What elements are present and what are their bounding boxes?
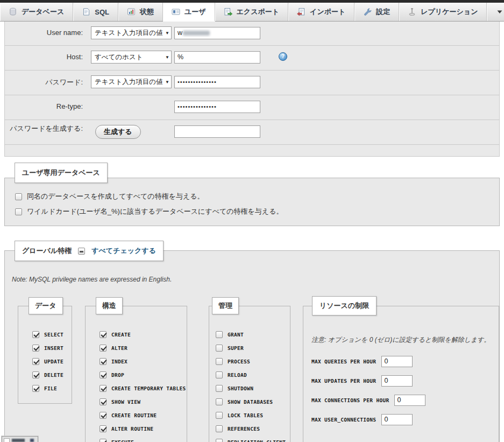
priv-delete-checkbox[interactable] — [32, 371, 39, 378]
tab-replication[interactable]: レプリケーション — [399, 3, 487, 21]
redacted-username — [183, 31, 210, 36]
priv-create-checkbox[interactable] — [100, 331, 107, 338]
priv-show-view-checkbox[interactable] — [100, 398, 107, 405]
priv-label: RELOAD — [228, 372, 247, 378]
popup-redacted-icon — [30, 439, 34, 442]
priv-grant-checkbox[interactable] — [216, 331, 223, 338]
username-type-select[interactable]: テキスト入力項目の値 ▼ — [91, 26, 172, 39]
priv-label: PROCESS — [228, 359, 250, 364]
priv-label: CREATE ROUTINE — [111, 412, 157, 418]
global-privileges-legend: グローバル特権 すべてチェックする — [15, 241, 164, 261]
max-connections-input[interactable]: 0 — [394, 395, 425, 406]
max-connections-label: MAX CONNECTIONS PER HOUR — [311, 397, 389, 403]
priv-select-checkbox[interactable] — [32, 331, 39, 338]
priv-label: SUPER — [228, 345, 244, 351]
max-updates-label: MAX UPDATES PER HOUR — [311, 378, 376, 384]
resource-row: MAX USER_CONNECTIONS 0 — [311, 414, 499, 425]
resource-row: MAX QUERIES PER HOUR 0 — [311, 356, 499, 367]
priv-label: INDEX — [111, 359, 127, 364]
priv-execute-checkbox[interactable] — [100, 439, 107, 442]
chevron-down-icon: ▼ — [165, 76, 169, 88]
max-user-connections-value: 0 — [384, 416, 388, 423]
tab-label: レプリケーション — [421, 7, 478, 17]
help-icon[interactable]: ? — [279, 52, 287, 61]
max-updates-input[interactable]: 0 — [381, 375, 413, 387]
priv-create-routine-checkbox[interactable] — [100, 412, 107, 419]
priv-create-temp-checkbox[interactable] — [100, 385, 107, 392]
host-type-select[interactable]: すべてのホスト ▼ — [91, 51, 172, 64]
partial-popup — [2, 436, 38, 442]
data-privileges-group: SELECT INSERT UPDATE DELETE FILE — [18, 306, 72, 404]
tab-label: 設定 — [376, 7, 390, 17]
export-icon — [224, 8, 232, 16]
own-database-legend: ユーザ専用データベース — [15, 163, 108, 183]
priv-label: CREATE TEMPORARY TABLES — [111, 385, 186, 391]
tab-label: インポート — [310, 7, 345, 17]
priv-label: SHOW DATABASES — [228, 399, 273, 405]
max-queries-label: MAX QUERIES PER HOUR — [311, 359, 376, 364]
max-updates-value: 0 — [384, 377, 388, 384]
data-group-legend: データ — [29, 297, 63, 314]
priv-insert-checkbox[interactable] — [32, 345, 39, 352]
password-type-select[interactable]: テキスト入力項目の値 ▼ — [91, 75, 172, 88]
generated-password-input[interactable] — [174, 125, 260, 138]
create-db-checkbox[interactable] — [15, 193, 22, 200]
chevron-down-icon: ▼ — [165, 27, 169, 39]
structure-group-legend: 構造 — [96, 297, 123, 314]
priv-drop-checkbox[interactable] — [100, 371, 107, 378]
priv-label: ALTER — [111, 345, 127, 351]
priv-shutdown-checkbox[interactable] — [216, 385, 223, 392]
main-tab-bar: データベース SQL 状態 ユーザ エクスポート インポート 設定 レプリケーシ… — [0, 3, 504, 22]
password-input[interactable]: ••••••••••••••• — [174, 76, 260, 88]
structure-privileges-group: CREATE ALTER INDEX DROP CREATE TEMPORARY… — [85, 306, 187, 442]
priv-show-databases-checkbox[interactable] — [216, 398, 223, 405]
tab-users[interactable]: ユーザ — [163, 3, 215, 22]
tab-export[interactable]: エクスポート — [215, 3, 289, 21]
retype-row: Re-type: ••••••••••••••• — [5, 95, 499, 120]
max-user-connections-input[interactable]: 0 — [381, 414, 413, 425]
tab-status[interactable]: 状態 — [118, 3, 163, 21]
password-row: パスワード: テキスト入力項目の値 ▼ ••••••••••••••• — [5, 71, 499, 95]
retype-input[interactable]: ••••••••••••••• — [174, 101, 260, 113]
username-input[interactable]: w — [174, 27, 260, 39]
login-form-footer — [5, 145, 499, 157]
popup-redacted-text — [12, 439, 25, 442]
tab-more[interactable]: その他 — [487, 3, 504, 21]
priv-label: LOCK TABLES — [228, 412, 263, 418]
priv-update-checkbox[interactable] — [32, 358, 39, 365]
popup-checkbox — [4, 438, 10, 442]
admin-group-legend: 管理 — [212, 297, 239, 314]
more-icon — [495, 8, 504, 16]
wildcard-db-label: ワイルドカード(ユーザ名_%)に該当するデータベースにすべての特権を与える。 — [27, 207, 283, 216]
generate-password-row: パスワードを生成する: 生成する — [5, 120, 499, 145]
priv-references-checkbox[interactable] — [216, 425, 223, 432]
host-input[interactable]: % — [174, 51, 260, 64]
tab-label: 状態 — [140, 7, 154, 17]
priv-reload-checkbox[interactable] — [216, 371, 223, 378]
host-label: Host: — [5, 53, 83, 61]
priv-index-checkbox[interactable] — [100, 358, 107, 365]
priv-label: DROP — [111, 372, 124, 378]
priv-lock-tables-checkbox[interactable] — [216, 412, 223, 419]
priv-label: SHUTDOWN — [228, 385, 253, 391]
priv-file-checkbox[interactable] — [32, 385, 39, 392]
priv-replication-client-checkbox[interactable] — [216, 439, 223, 442]
tab-settings[interactable]: 設定 — [354, 3, 399, 21]
tab-import[interactable]: インポート — [288, 3, 354, 21]
own-database-options: 同名のデータベースを作成してすべての特権を与える。 ワイルドカード(ユーザ名_%… — [4, 178, 500, 222]
check-all-checkbox[interactable] — [78, 248, 85, 255]
retype-label: Re-type: — [5, 102, 83, 110]
generate-button[interactable]: 生成する — [95, 125, 141, 139]
tab-databases[interactable]: データベース — [0, 3, 73, 21]
wildcard-db-checkbox[interactable] — [15, 208, 22, 215]
priv-label: UPDATE — [44, 359, 63, 364]
priv-alter-checkbox[interactable] — [100, 345, 107, 352]
priv-process-checkbox[interactable] — [216, 358, 223, 365]
tab-label: SQL — [95, 8, 109, 16]
max-queries-input[interactable]: 0 — [381, 356, 413, 367]
priv-alter-routine-checkbox[interactable] — [100, 425, 107, 432]
tab-sql[interactable]: SQL — [73, 3, 118, 21]
check-all-link[interactable]: すべてチェックする — [91, 246, 156, 256]
priv-super-checkbox[interactable] — [216, 345, 223, 352]
resource-limits-note: 注意: オプションを 0 (ゼロ)に設定すると制限を解除します。 — [311, 335, 494, 345]
